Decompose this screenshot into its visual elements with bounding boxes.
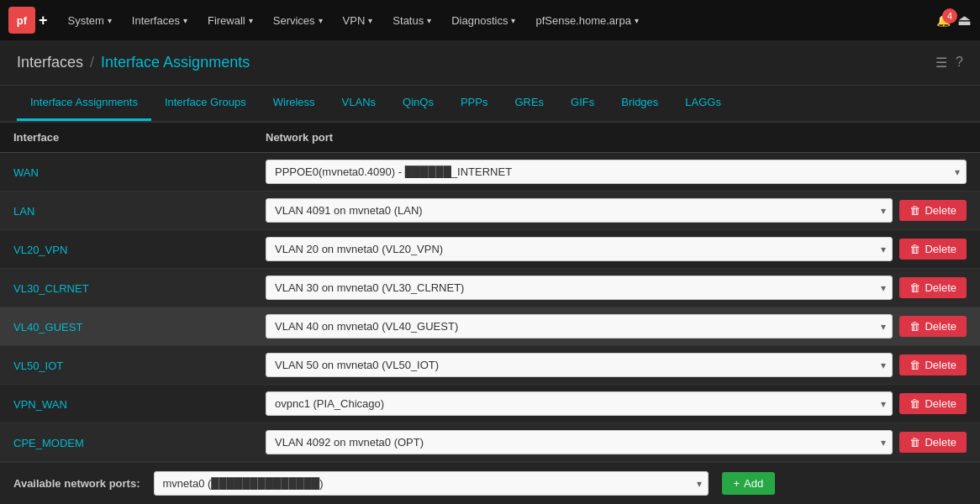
breadcrumb-separator: /: [90, 54, 94, 71]
nav-status[interactable]: Status ▾: [384, 9, 440, 32]
notification-bell[interactable]: 🔔 4: [936, 13, 951, 27]
table-header-row: Interface Network port: [0, 123, 980, 153]
brand-logo: pf: [8, 7, 35, 34]
interface-name-text: VPN_WAN: [13, 398, 67, 411]
table-row: VL40_GUESTVLAN 40 on mvneta0 (VL40_GUEST…: [0, 307, 980, 346]
help-icon[interactable]: ?: [956, 55, 963, 71]
network-port-cell: PPPOE0(mvneta0.4090) - ██████_INTERNET▾: [252, 153, 980, 192]
interface-name-text: VL40_GUEST: [13, 321, 82, 333]
interface-name-text: VL50_IOT: [13, 360, 63, 372]
list-icon[interactable]: ☰: [935, 55, 947, 71]
nav-interfaces[interactable]: Interfaces ▾: [124, 9, 196, 32]
delete-button[interactable]: 🗑Delete: [899, 200, 967, 221]
tab-vlans[interactable]: VLANs: [329, 86, 389, 121]
tab-bridges[interactable]: Bridges: [608, 86, 672, 121]
chevron-down-icon: ▾: [427, 16, 431, 25]
logout-button[interactable]: ⏏: [957, 11, 972, 29]
interface-name: CPE_MODEM: [0, 423, 252, 462]
table-row: CPE_MODEMVLAN 4092 on mvneta0 (OPT)▾🗑Del…: [0, 423, 980, 462]
tab-qinqs[interactable]: QinQs: [389, 86, 447, 121]
nav-system[interactable]: System ▾: [60, 9, 120, 32]
interface-name-text: LAN: [13, 205, 34, 218]
delete-label: Delete: [925, 397, 956, 410]
tab-interface-assignments[interactable]: Interface Assignments: [17, 86, 151, 121]
port-select[interactable]: VLAN 50 on mvneta0 (VL50_IOT): [266, 353, 893, 377]
interface-name: VL20_VPN: [0, 230, 252, 269]
breadcrumb-current: Interface Assignments: [101, 54, 250, 71]
port-select-wrap: VLAN 50 on mvneta0 (VL50_IOT)▾: [266, 353, 893, 377]
port-select[interactable]: VLAN 20 on mvneta0 (VL20_VPN): [266, 237, 893, 261]
footer-row: Available network ports: mvneta0 (██████…: [0, 462, 980, 504]
interface-name-text: VL20_VPN: [13, 244, 67, 256]
breadcrumb-parent: Interfaces: [17, 54, 83, 71]
delete-button[interactable]: 🗑Delete: [899, 239, 967, 260]
col-interface: Interface: [0, 123, 252, 153]
port-select[interactable]: VLAN 40 on mvneta0 (VL40_GUEST): [266, 314, 893, 339]
tab-laggs[interactable]: LAGGs: [672, 86, 735, 121]
header-icons: ☰ ?: [935, 55, 963, 71]
chevron-down-icon: ▾: [183, 16, 187, 25]
interface-name: WAN: [0, 153, 252, 192]
interface-name: VPN_WAN: [0, 385, 252, 423]
delete-button[interactable]: 🗑Delete: [899, 316, 967, 337]
table-row: VL50_IOTVLAN 50 on mvneta0 (VL50_IOT)▾🗑D…: [0, 346, 980, 385]
port-select[interactable]: PPPOE0(mvneta0.4090) - ██████_INTERNET: [266, 160, 967, 184]
tab-gifs[interactable]: GIFs: [557, 86, 608, 121]
tab-interface-groups[interactable]: Interface Groups: [151, 86, 260, 121]
interface-name: VL50_IOT: [0, 346, 252, 385]
delete-label: Delete: [925, 320, 956, 333]
table-row: LANVLAN 4091 on mvneta0 (LAN)▾🗑Delete: [0, 192, 980, 230]
interface-table: Interface Network port WANPPPOE0(mvneta0…: [0, 123, 980, 462]
nav-diagnostics[interactable]: Diagnostics ▾: [443, 9, 524, 32]
interface-name: LAN: [0, 192, 252, 230]
interface-name-text: CPE_MODEM: [13, 437, 84, 449]
interface-name: VL40_GUEST: [0, 307, 252, 346]
network-port-cell: VLAN 50 on mvneta0 (VL50_IOT)▾🗑Delete: [252, 346, 980, 385]
nav-firewall[interactable]: Firewall ▾: [199, 9, 261, 32]
available-port-select[interactable]: mvneta0 (██████████████): [154, 471, 709, 496]
tab-wireless[interactable]: Wireless: [260, 86, 329, 121]
brand-plus: +: [39, 12, 48, 29]
delete-button[interactable]: 🗑Delete: [899, 393, 967, 414]
network-port-cell: VLAN 30 on mvneta0 (VL30_CLRNET)▾🗑Delete: [252, 269, 980, 307]
port-select[interactable]: ovpnc1 (PIA_Chicago): [266, 391, 893, 416]
trash-icon: 🗑: [909, 320, 920, 333]
port-select-wrap: ovpnc1 (PIA_Chicago)▾: [266, 391, 893, 416]
network-port-cell: VLAN 4092 on mvneta0 (OPT)▾🗑Delete: [252, 423, 980, 462]
available-port-select-wrap: mvneta0 (██████████████) ▾: [154, 471, 709, 496]
port-select-wrap: VLAN 4092 on mvneta0 (OPT)▾: [266, 430, 893, 454]
plus-icon: +: [734, 477, 740, 490]
port-select-wrap: VLAN 20 on mvneta0 (VL20_VPN)▾: [266, 237, 893, 261]
tab-ppps[interactable]: PPPs: [447, 86, 502, 121]
table-row: VL20_VPNVLAN 20 on mvneta0 (VL20_VPN)▾🗑D…: [0, 230, 980, 269]
port-select-wrap: VLAN 30 on mvneta0 (VL30_CLRNET)▾: [266, 276, 893, 300]
nav-services[interactable]: Services ▾: [265, 9, 331, 32]
port-select-wrap: PPPOE0(mvneta0.4090) - ██████_INTERNET▾: [266, 160, 967, 184]
interface-name-text: WAN: [13, 166, 39, 179]
port-select[interactable]: VLAN 4092 on mvneta0 (OPT): [266, 430, 893, 454]
tab-gres[interactable]: GREs: [501, 86, 557, 121]
chevron-down-icon: ▾: [368, 16, 372, 25]
tabs: Interface Assignments Interface Groups W…: [17, 86, 963, 121]
delete-button[interactable]: 🗑Delete: [899, 354, 967, 375]
network-port-cell: VLAN 40 on mvneta0 (VL40_GUEST)▾🗑Delete: [252, 307, 980, 346]
nav-site[interactable]: pfSense.home.arpa ▾: [527, 9, 646, 32]
network-port-cell: VLAN 20 on mvneta0 (VL20_VPN)▾🗑Delete: [252, 230, 980, 269]
port-select[interactable]: VLAN 4091 on mvneta0 (LAN): [266, 198, 893, 223]
brand: pf +: [8, 7, 48, 34]
interface-name: VL30_CLRNET: [0, 269, 252, 307]
delete-button[interactable]: 🗑Delete: [899, 277, 967, 298]
table-row: WANPPPOE0(mvneta0.4090) - ██████_INTERNE…: [0, 153, 980, 192]
brand-logo-text: pf: [17, 14, 27, 27]
trash-icon: 🗑: [909, 204, 920, 217]
delete-label: Delete: [925, 436, 956, 449]
add-button[interactable]: + Add: [722, 472, 776, 495]
interface-name-text: VL30_CLRNET: [13, 282, 89, 295]
port-select[interactable]: VLAN 30 on mvneta0 (VL30_CLRNET): [266, 276, 893, 300]
delete-button[interactable]: 🗑Delete: [899, 432, 967, 453]
chevron-down-icon: ▾: [511, 16, 515, 25]
table-row: VPN_WANovpnc1 (PIA_Chicago)▾🗑Delete: [0, 385, 980, 423]
network-port-cell: VLAN 4091 on mvneta0 (LAN)▾🗑Delete: [252, 192, 980, 230]
nav-vpn[interactable]: VPN ▾: [335, 9, 382, 32]
delete-label: Delete: [925, 204, 956, 217]
